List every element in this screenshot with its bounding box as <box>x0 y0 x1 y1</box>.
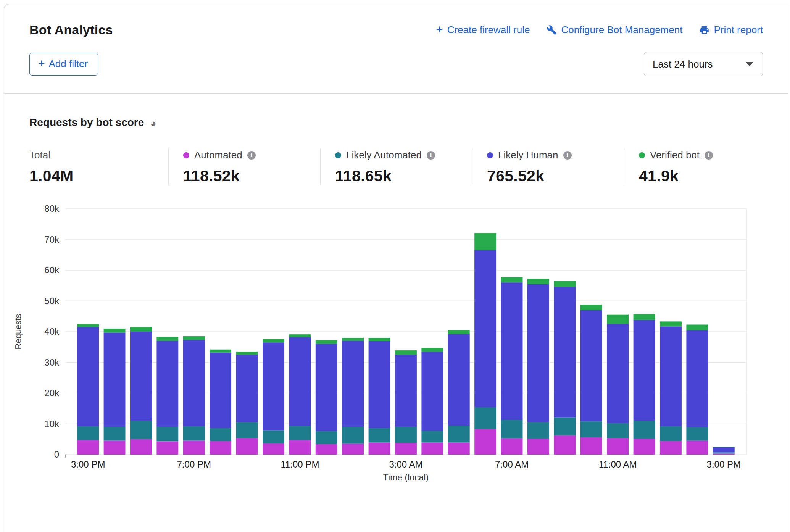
plus-icon: + <box>436 23 443 35</box>
svg-text:Requests: Requests <box>13 314 23 350</box>
add-filter-label: Add filter <box>49 58 88 70</box>
time-range-select[interactable]: Last 24 hours <box>644 52 763 76</box>
time-range-value: Last 24 hours <box>653 58 713 70</box>
requests-by-bot-score-chart: 010k20k30k40k50k60k70k80k3:00 PM7:00 PM1… <box>12 198 771 487</box>
svg-text:7:00 AM: 7:00 AM <box>495 459 529 469</box>
stat-verified-bot-label: Verified bot <box>650 149 700 161</box>
legend-dot-likely-automated <box>335 152 341 158</box>
stat-likely-human-label: Likely Human <box>498 149 558 161</box>
svg-text:0: 0 <box>54 449 59 459</box>
svg-text:3:00 PM: 3:00 PM <box>707 459 741 469</box>
plus-icon: + <box>38 58 45 69</box>
header-section: Bot Analytics + Create firewall rule Con… <box>4 4 788 94</box>
stat-likely-automated-value: 118.65k <box>335 167 472 185</box>
stat-verified-bot: Verified bot i 41.9k <box>624 148 776 185</box>
info-icon[interactable]: i <box>705 151 713 160</box>
svg-text:11:00 AM: 11:00 AM <box>599 459 637 469</box>
create-firewall-rule-link[interactable]: + Create firewall rule <box>436 24 530 36</box>
configure-bot-management-label: Configure Bot Management <box>561 24 682 36</box>
svg-text:7:00 PM: 7:00 PM <box>177 459 211 469</box>
stat-likely-human-value: 765.52k <box>487 167 624 185</box>
svg-text:50k: 50k <box>44 296 60 306</box>
chart-wrap: 010k20k30k40k50k60k70k80k3:00 PM7:00 PM1… <box>12 198 780 487</box>
print-report-label: Print report <box>714 24 763 36</box>
stat-likely-human: Likely Human i 765.52k <box>472 148 624 185</box>
legend-dot-verified-bot <box>639 152 645 158</box>
svg-text:3:00 PM: 3:00 PM <box>71 459 105 469</box>
page-title: Bot Analytics <box>29 23 113 37</box>
bot-analytics-card: Bot Analytics + Create firewall rule Con… <box>4 4 788 532</box>
svg-text:30k: 30k <box>44 357 60 368</box>
printer-icon <box>699 25 709 35</box>
svg-text:11:00 PM: 11:00 PM <box>281 459 319 469</box>
stat-likely-automated-label: Likely Automated <box>346 149 422 161</box>
svg-text:60k: 60k <box>44 265 60 275</box>
svg-text:80k: 80k <box>44 203 60 214</box>
svg-text:70k: 70k <box>44 234 60 245</box>
stat-verified-bot-value: 41.9k <box>639 167 776 185</box>
header-actions: + Create firewall rule Configure Bot Man… <box>436 24 763 36</box>
create-firewall-rule-label: Create firewall rule <box>447 24 530 36</box>
print-report-link[interactable]: Print report <box>699 24 763 36</box>
pie-chart-icon: ◕ <box>150 118 156 129</box>
stat-automated-value: 118.52k <box>183 167 320 185</box>
svg-text:20k: 20k <box>44 388 60 398</box>
svg-text:10k: 10k <box>44 419 60 429</box>
svg-text:3:00 AM: 3:00 AM <box>389 459 422 469</box>
section-title: Requests by bot score <box>29 116 144 129</box>
configure-bot-management-link[interactable]: Configure Bot Management <box>547 24 682 36</box>
info-icon[interactable]: i <box>563 151 572 160</box>
chart-section: Requests by bot score ◕ Total 1.04M Auto… <box>4 94 788 487</box>
svg-text:Time (local): Time (local) <box>383 472 429 482</box>
svg-text:40k: 40k <box>44 326 60 337</box>
legend-dot-likely-human <box>487 152 493 158</box>
stat-automated: Automated i 118.52k <box>168 148 320 185</box>
stat-automated-label: Automated <box>194 149 242 161</box>
add-filter-button[interactable]: + Add filter <box>29 53 98 76</box>
stat-total: Total 1.04M <box>29 148 168 185</box>
legend-dot-automated <box>183 152 189 158</box>
stats-row: Total 1.04M Automated i 118.52k Likely A… <box>29 148 780 185</box>
stat-total-value: 1.04M <box>29 167 168 185</box>
stat-likely-automated: Likely Automated i 118.65k <box>320 148 472 185</box>
chevron-down-icon <box>746 62 753 66</box>
wrench-icon <box>547 25 557 35</box>
info-icon[interactable]: i <box>427 151 435 160</box>
stat-total-label: Total <box>29 149 50 161</box>
info-icon[interactable]: i <box>247 151 256 160</box>
